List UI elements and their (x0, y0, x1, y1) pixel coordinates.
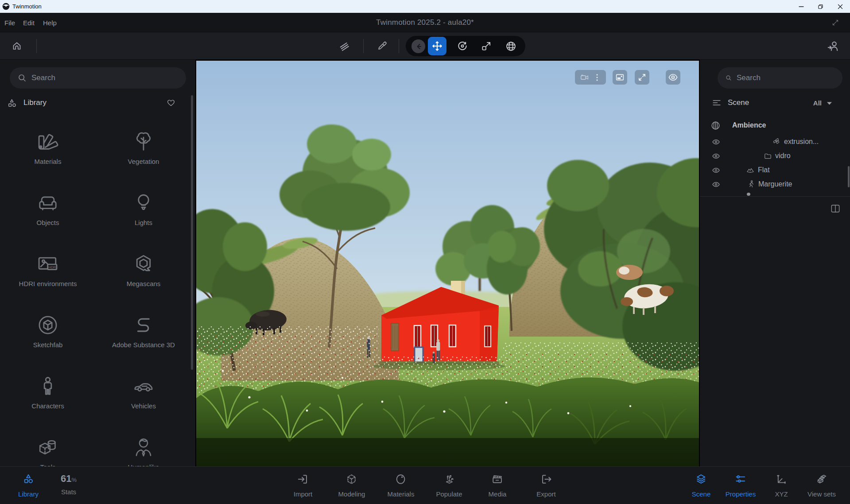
scene-filter-value[interactable]: All (813, 99, 822, 107)
scale-tool-icon (481, 40, 492, 52)
viewport[interactable] (195, 60, 699, 466)
split-view-icon[interactable] (831, 204, 840, 213)
library-item-objects[interactable]: Objects (0, 181, 96, 242)
library-item-vehicles[interactable]: Vehicles (96, 364, 191, 425)
light-bulb-icon (131, 190, 156, 215)
bottombar-import[interactable]: Import (294, 467, 313, 498)
library-shapes-icon (22, 472, 35, 486)
viewport-thumbnail-button[interactable] (613, 70, 627, 85)
library-item-label: Materials (35, 158, 62, 165)
chevron-down-icon[interactable] (827, 101, 832, 105)
stats-value: 61% (61, 473, 77, 486)
twinmotion-logo-icon (2, 3, 10, 10)
favorites-heart-icon[interactable] (166, 98, 176, 108)
eye-icon (668, 72, 678, 82)
library-item-materials[interactable]: Materials (0, 120, 96, 181)
library-item-sketchfab[interactable]: Sketchfab (0, 303, 96, 364)
bottombar-library[interactable]: Library (18, 467, 39, 498)
visibility-eye-icon[interactable] (712, 166, 720, 174)
bottombar-populate[interactable]: Populate (436, 467, 462, 498)
undo-back-button[interactable] (411, 39, 425, 53)
viewport-fullscreen-button[interactable] (635, 70, 649, 85)
bottombar-scene[interactable]: Scene (692, 467, 711, 498)
move-tool-button[interactable] (428, 37, 446, 55)
walking-person-icon (747, 180, 756, 189)
search-icon (726, 74, 732, 82)
scene-title: Scene (728, 98, 749, 107)
library-search-input[interactable] (31, 74, 178, 82)
library-item-megascans[interactable]: Megascans (96, 242, 191, 303)
library-item-hdri-environments[interactable]: HDR HDRI environments (0, 242, 96, 303)
scene-search-input[interactable] (737, 74, 834, 82)
properties-sliders-icon (734, 472, 747, 486)
bottombar-label: Library (18, 490, 39, 498)
tree-label: Ambience (732, 121, 766, 129)
geometry-icon (772, 137, 781, 146)
bottombar-stats[interactable]: 61% Stats (61, 467, 77, 496)
view-sets-icon (815, 472, 828, 486)
tree-row-ambience[interactable]: Ambience (700, 119, 850, 132)
close-button[interactable] (831, 0, 850, 13)
bottombar-media[interactable]: Media (489, 467, 507, 498)
scale-tool-button[interactable] (479, 39, 494, 54)
library-item-label: Lights (135, 219, 152, 226)
rotate-tool-icon (456, 40, 469, 52)
library-item-label: HDRI environments (19, 280, 77, 287)
library-item-tools[interactable]: Tools (0, 425, 96, 466)
bottombar-label: Modeling (338, 490, 365, 498)
tree-row-extrusion[interactable]: extrusion... (700, 136, 850, 148)
tree-row-vidro[interactable]: vidro (700, 150, 850, 162)
tree-row-marguerite[interactable]: Marguerite (700, 178, 850, 190)
back-arrow-icon (415, 43, 423, 50)
tree-label: Flat (758, 166, 770, 174)
bottombar-label: Properties (726, 490, 756, 498)
minimize-button[interactable] (792, 0, 811, 13)
viewport-visibility-button[interactable] (666, 70, 680, 85)
library-grid: Materials Vegetation (0, 120, 191, 466)
bottombar-modeling[interactable]: Modeling (338, 467, 365, 498)
viewport-camera-menu-button[interactable] (575, 70, 606, 85)
bottombar-materials[interactable]: Materials (388, 467, 415, 498)
user-sign-in-icon (827, 39, 840, 53)
library-item-label: Humanlike (128, 463, 159, 466)
substance-3d-icon (131, 313, 156, 337)
svg-text:HDR: HDR (48, 265, 56, 269)
rotate-tool-button[interactable] (455, 39, 470, 54)
scene-search[interactable] (718, 67, 842, 89)
visibility-eye-icon[interactable] (712, 152, 720, 160)
bottombar-export[interactable]: Export (536, 467, 555, 498)
library-item-lights[interactable]: Lights (96, 181, 191, 242)
library-item-label: Vegetation (128, 158, 159, 165)
bottombar-properties[interactable]: Properties (726, 467, 756, 498)
eyedropper-button[interactable] (376, 39, 389, 53)
visibility-eye-icon[interactable] (712, 180, 720, 189)
library-item-adobe-substance-3d[interactable]: Adobe Substance 3D (96, 303, 191, 364)
bottombar-label: Export (536, 490, 555, 498)
panel-divider (700, 196, 850, 197)
image-icon (615, 73, 625, 82)
library-item-label: Tools (40, 463, 55, 466)
scene-scrollbar[interactable] (848, 166, 850, 187)
ambience-icon (710, 120, 721, 131)
restore-button[interactable] (811, 0, 831, 13)
sign-in-button[interactable] (827, 39, 840, 53)
world-space-button[interactable] (503, 39, 518, 54)
export-icon (540, 472, 552, 486)
fullscreen-arrow-icon[interactable] (831, 19, 839, 27)
library-search[interactable] (10, 67, 186, 89)
title-bar: Twinmotion (0, 0, 850, 13)
visibility-eye-icon[interactable] (712, 138, 720, 146)
library-scrollbar[interactable] (191, 95, 193, 370)
tree-row-flat[interactable]: Flat (700, 164, 850, 176)
clipped-tree-row (747, 193, 750, 196)
bottombar-label: Materials (388, 490, 415, 498)
render-scene (196, 61, 699, 466)
layers-tool-button[interactable] (338, 39, 351, 53)
bottombar-view-sets[interactable]: View sets (807, 467, 836, 498)
sketchfab-icon (35, 313, 60, 337)
library-item-humanlike[interactable]: Humanlike (96, 425, 191, 466)
library-item-vegetation[interactable]: Vegetation (96, 120, 191, 181)
home-button[interactable] (10, 39, 23, 53)
bottombar-xyz[interactable]: XYZ (775, 467, 788, 498)
library-item-characters[interactable]: Characters (0, 364, 96, 425)
